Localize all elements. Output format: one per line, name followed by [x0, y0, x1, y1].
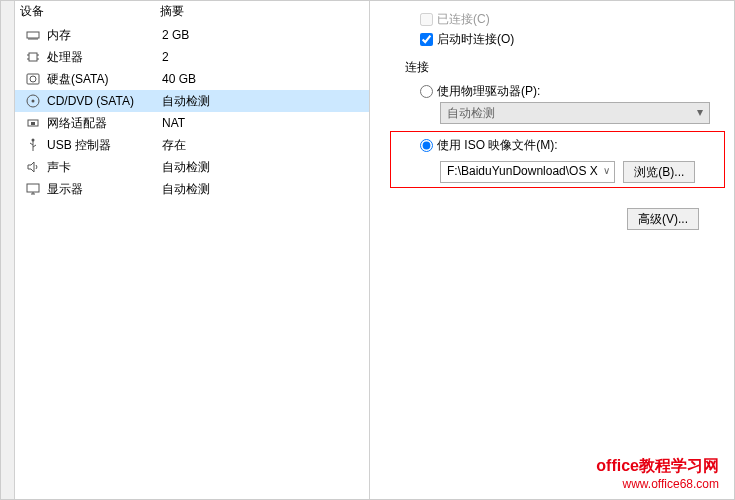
header-summary: 摘要 — [160, 3, 184, 20]
connected-checkbox[interactable] — [420, 13, 433, 26]
device-header: 设备 摘要 — [15, 1, 369, 22]
device-label: 显示器 — [47, 181, 162, 198]
device-value: 存在 — [162, 137, 364, 154]
disk-icon — [25, 71, 41, 87]
connect-on-start-row: 启动时连接(O) — [385, 29, 719, 49]
device-value: 自动检测 — [162, 159, 364, 176]
sound-icon — [25, 159, 41, 175]
connected-checkbox-row: 已连接(C) — [385, 9, 719, 29]
device-list-panel: 设备 摘要 内存 2 GB 处理器 2 硬盘 — [15, 1, 370, 499]
device-label: 内存 — [47, 27, 162, 44]
device-row-display[interactable]: 显示器 自动检测 — [15, 178, 369, 200]
device-value: 40 GB — [162, 72, 364, 86]
svg-point-18 — [32, 139, 35, 142]
use-physical-radio-row: 使用物理驱动器(P): — [385, 80, 719, 102]
svg-point-14 — [32, 100, 35, 103]
iso-file-row: F:\BaiduYunDownload\OS X 浏览(B)... — [385, 156, 719, 183]
device-label: 硬盘(SATA) — [47, 71, 162, 88]
physical-drive-value: 自动检测 — [447, 106, 495, 120]
settings-panel: 已连接(C) 启动时连接(O) 连接 使用物理驱动器(P): 自动检测 使用 I… — [370, 1, 734, 499]
cpu-icon — [25, 49, 41, 65]
usb-icon — [25, 137, 41, 153]
device-row-cddvd[interactable]: CD/DVD (SATA) 自动检测 — [15, 90, 369, 112]
cd-icon — [25, 93, 41, 109]
device-label: 声卡 — [47, 159, 162, 176]
device-row-usb[interactable]: USB 控制器 存在 — [15, 134, 369, 156]
use-iso-label: 使用 ISO 映像文件(M): — [437, 137, 558, 154]
use-physical-radio[interactable] — [420, 85, 433, 98]
physical-drive-dropdown[interactable]: 自动检测 — [440, 102, 710, 124]
svg-rect-16 — [31, 122, 35, 125]
use-iso-radio[interactable] — [420, 139, 433, 152]
advanced-button[interactable]: 高级(V)... — [627, 208, 699, 230]
advanced-row: 高级(V)... — [385, 183, 719, 230]
device-value: NAT — [162, 116, 364, 130]
device-row-network[interactable]: 网络适配器 NAT — [15, 112, 369, 134]
use-iso-radio-row: 使用 ISO 映像文件(M): — [385, 134, 719, 156]
browse-label: 浏览(B)... — [634, 165, 684, 179]
device-label: CD/DVD (SATA) — [47, 94, 162, 108]
header-device: 设备 — [20, 3, 160, 20]
use-physical-label: 使用物理驱动器(P): — [437, 83, 540, 100]
device-row-disk[interactable]: 硬盘(SATA) 40 GB — [15, 68, 369, 90]
watermark: office教程学习网 www.office68.com — [596, 456, 719, 491]
device-label: 网络适配器 — [47, 115, 162, 132]
browse-button[interactable]: 浏览(B)... — [623, 161, 695, 183]
memory-icon — [25, 27, 41, 43]
iso-path-value: F:\BaiduYunDownload\OS X — [447, 164, 598, 178]
svg-rect-0 — [27, 32, 39, 38]
device-label: USB 控制器 — [47, 137, 162, 154]
watermark-url: www.office68.com — [596, 477, 719, 491]
watermark-title: office教程学习网 — [596, 456, 719, 477]
device-row-memory[interactable]: 内存 2 GB — [15, 24, 369, 46]
connect-on-start-label: 启动时连接(O) — [437, 31, 514, 48]
window-sidebar — [1, 1, 15, 499]
device-value: 自动检测 — [162, 93, 364, 110]
connection-group-label: 连接 — [385, 49, 719, 80]
connect-on-start-checkbox[interactable] — [420, 33, 433, 46]
svg-rect-19 — [27, 184, 39, 192]
svg-point-12 — [30, 76, 36, 82]
svg-rect-6 — [29, 53, 37, 61]
connected-label: 已连接(C) — [437, 11, 490, 28]
display-icon — [25, 181, 41, 197]
device-value: 2 GB — [162, 28, 364, 42]
device-label: 处理器 — [47, 49, 162, 66]
device-list: 内存 2 GB 处理器 2 硬盘(SATA) 40 GB — [15, 22, 369, 202]
device-row-cpu[interactable]: 处理器 2 — [15, 46, 369, 68]
device-value: 自动检测 — [162, 181, 364, 198]
iso-path-dropdown[interactable]: F:\BaiduYunDownload\OS X — [440, 161, 615, 183]
network-icon — [25, 115, 41, 131]
device-row-sound[interactable]: 声卡 自动检测 — [15, 156, 369, 178]
advanced-label: 高级(V)... — [638, 212, 688, 226]
device-value: 2 — [162, 50, 364, 64]
